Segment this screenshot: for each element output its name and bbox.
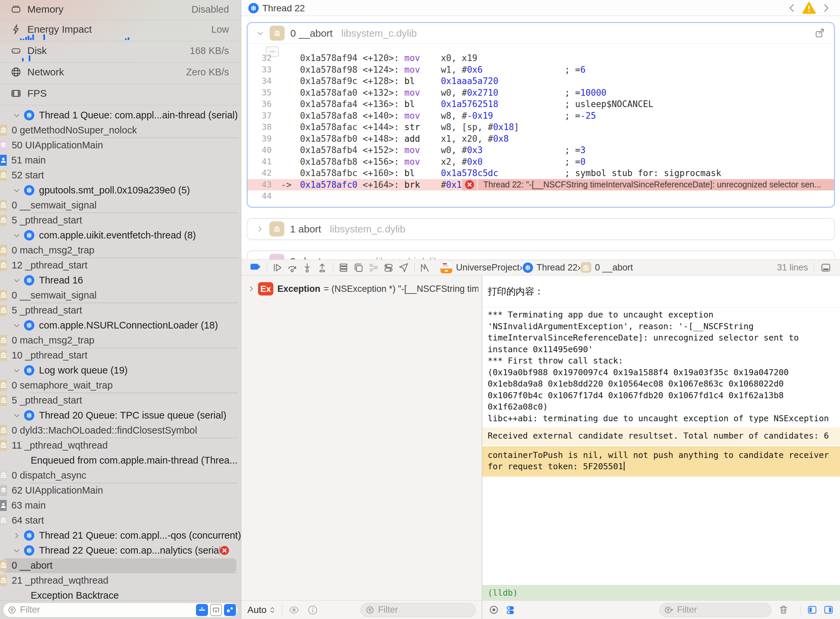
- thread-row[interactable]: Log work queue (19): [0, 363, 241, 378]
- chevron-down-icon[interactable]: [12, 186, 21, 195]
- continue-icon[interactable]: [272, 262, 283, 273]
- chevron-down-icon[interactable]: [12, 231, 21, 240]
- instruction-line[interactable]: 350x1a578afa0 <+132>: mov w0, #0x2710; =…: [248, 87, 834, 99]
- stack-frame-row[interactable]: 63 main: [0, 498, 241, 513]
- instruction-line[interactable]: 400x1a578afb4 <+152>: mov w0, #0x3; =3: [248, 144, 834, 156]
- chevron-down-icon[interactable]: [12, 276, 21, 285]
- chevron-down-icon[interactable]: [12, 366, 21, 375]
- thread-row[interactable]: Thread 20 Queue: TPC issue queue (serial…: [0, 408, 241, 423]
- stack-frame-row[interactable]: 0 __semwait_signal: [0, 198, 241, 213]
- stack-frame-row[interactable]: 5 _pthread_start: [0, 213, 241, 228]
- stack-frame-row[interactable]: 0 __semwait_signal: [0, 288, 241, 303]
- gauge-disk[interactable]: Disk168 KB/s: [0, 41, 241, 63]
- thread-row[interactable]: Thread 1 Queue: com.appl...ain-thread (s…: [0, 108, 241, 123]
- environment-overrides-icon[interactable]: [383, 262, 394, 273]
- annotation-row[interactable]: Enqueued from com.apple.main-thread (Thr…: [0, 453, 241, 468]
- share-icon[interactable]: [814, 28, 825, 39]
- chevron-right-icon[interactable]: [12, 531, 21, 540]
- stack-frame-row[interactable]: 0 semaphore_wait_trap: [0, 378, 241, 393]
- show-console-panel-icon[interactable]: [823, 604, 834, 615]
- stack-frame-row[interactable]: 0 __abort: [0, 558, 241, 573]
- instruction-line[interactable]: 390x1a578afb0 <+148>: add x1, x20, #0x8: [248, 133, 834, 145]
- step-over-icon[interactable]: [286, 262, 298, 273]
- stack-frame-row[interactable]: 0 mach_msg2_trap: [0, 243, 241, 258]
- stack-frame-row[interactable]: 0 dispatch_async: [0, 468, 241, 483]
- chevron-right-icon[interactable]: [256, 257, 265, 260]
- thread-row[interactable]: Thread 22 Queue: com.ap...nalytics (seri…: [0, 543, 241, 558]
- stack-frame-row[interactable]: 52 start: [0, 168, 241, 183]
- navigator-filter-input[interactable]: Filter: [3, 603, 238, 618]
- chevron-down-icon[interactable]: [12, 111, 21, 120]
- console-output[interactable]: *** Terminating app due to uncaught exce…: [482, 308, 840, 585]
- share-nodes-icon[interactable]: [368, 262, 379, 273]
- breadcrumb-item[interactable]: Thread 22: [248, 3, 330, 13]
- chevron-right-icon[interactable]: [256, 225, 265, 233]
- warning-icon[interactable]: [802, 1, 816, 14]
- current-instruction-line[interactable]: 43->0x1a578afc0 <+164>: brk #0x1Thread 2…: [248, 179, 834, 191]
- filter-stack-view-button[interactable]: [210, 604, 222, 616]
- stack-frame-row[interactable]: 51 main: [0, 153, 241, 168]
- thread-row[interactable]: com.apple.uikit.eventfetch-thread (8): [0, 228, 241, 243]
- chevron-down-icon[interactable]: [12, 321, 21, 330]
- stack-frame-row[interactable]: 12 _pthread_start: [0, 258, 241, 273]
- instruction-line[interactable]: 320x1a578af94 <+120>: mov x0, x19: [248, 52, 834, 64]
- show-variables-panel-icon[interactable]: [807, 604, 818, 615]
- lldb-prompt[interactable]: (lldb): [482, 585, 840, 600]
- console-output-toggle-icon[interactable]: [505, 604, 516, 616]
- instruction-line[interactable]: 380x1a578afac <+144>: str w8, [sp, #0x18…: [248, 121, 834, 133]
- stack-frame-row[interactable]: 5 _pthread_start: [0, 393, 241, 408]
- frame-card-header[interactable]: 2 abort_message libc++abi.dylib: [247, 251, 834, 260]
- thread-row[interactable]: Thread 21 Queue: com.appl...-qos (concur…: [0, 528, 241, 543]
- memory-graph-icon[interactable]: [353, 262, 364, 273]
- chevron-down-icon[interactable]: [12, 546, 21, 555]
- breadcrumb-item[interactable]: 0 __abort: [581, 262, 633, 273]
- annotation-row[interactable]: Exception Backtrace: [0, 588, 241, 600]
- scope-dropdown[interactable]: Auto: [247, 605, 276, 615]
- variables-filter-input[interactable]: Filter: [360, 603, 476, 617]
- instruction-line[interactable]: 340x1a578af9c <+128>: bl 0x1aaa5a720: [248, 75, 834, 87]
- stack-frame-row[interactable]: 5 _pthread_start: [0, 303, 241, 318]
- chevron-right-icon[interactable]: [247, 285, 255, 293]
- gauge-fps[interactable]: FPS: [0, 84, 241, 105]
- trash-icon[interactable]: [778, 604, 789, 615]
- filter-grid-view-button[interactable]: [224, 604, 236, 616]
- stack-frame-row[interactable]: 0 getMethodNoSuper_nolock: [0, 123, 241, 138]
- gauge-energy[interactable]: Energy ImpactLow: [0, 20, 241, 41]
- hide-debug-area-icon[interactable]: [820, 262, 831, 273]
- back-arrow-icon[interactable]: [787, 3, 797, 13]
- variable-row[interactable]: ExException= (NSException *) "-[__NSCFSt…: [247, 282, 478, 296]
- stack-frame-row[interactable]: 11 _pthread_wqthread: [0, 438, 241, 453]
- instruction-line[interactable]: 420x1a578afbc <+160>: bl 0x1a578c5dc; sy…: [248, 167, 834, 179]
- stack-frame-row[interactable]: 21 _pthread_wqthread: [0, 573, 241, 588]
- simulate-location-icon[interactable]: [398, 262, 409, 273]
- stack-frame-row[interactable]: 0 mach_msg2_trap: [0, 333, 241, 348]
- console-target-icon[interactable]: [488, 604, 499, 615]
- stack-frame-row[interactable]: 0 dyld3::MachOLoaded::findClosestSymbol: [0, 423, 241, 438]
- forward-arrow-icon[interactable]: [821, 3, 831, 13]
- chevron-down-icon[interactable]: [12, 411, 21, 420]
- frame-card-header[interactable]: 0 __abort libsystem_c.dylib: [248, 23, 834, 44]
- thread-row[interactable]: Thread 16: [0, 273, 241, 288]
- disassembly-listing[interactable]: 320x1a578af94 <+120>: mov x0, x19330x1a5…: [248, 44, 834, 207]
- breakpoints-toggle-icon[interactable]: [249, 262, 261, 272]
- breadcrumb-item[interactable]: Thread 22: [523, 262, 578, 273]
- quicklook-eye-icon[interactable]: [288, 604, 300, 616]
- thread-row[interactable]: com.apple.NSURLConnectionLoader (18): [0, 318, 241, 333]
- console-filter-input[interactable]: Filter: [659, 603, 771, 617]
- instruction-line[interactable]: 370x1a578afa8 <+140>: mov w8, #-0x19; =-…: [248, 110, 834, 122]
- instruction-line[interactable]: 410x1a578afb8 <+156>: mov x2, #0x0; =0: [248, 156, 834, 168]
- info-icon[interactable]: [307, 604, 318, 616]
- stack-frame-row[interactable]: 10 _pthread_start: [0, 348, 241, 363]
- instruction-line[interactable]: 44: [248, 190, 834, 202]
- stack-frame-row[interactable]: 50 UIApplicationMain: [0, 138, 241, 153]
- chevron-down-icon[interactable]: [256, 29, 265, 37]
- stack-frame-row[interactable]: 62 UIApplicationMain: [0, 483, 241, 498]
- breadcrumb-item[interactable]: UniverseProject: [440, 262, 520, 274]
- stack-frame-row[interactable]: 64 start: [0, 513, 241, 528]
- view-hierarchy-icon[interactable]: [338, 262, 349, 273]
- filter-flat-view-button[interactable]: [196, 604, 208, 616]
- instruments-icon[interactable]: [419, 262, 430, 273]
- gauge-network[interactable]: NetworkZero KB/s: [0, 63, 241, 84]
- instruction-line[interactable]: 360x1a578afa4 <+136>: bl 0x1a5762518; us…: [248, 99, 834, 110]
- thread-row[interactable]: gputools.smt_poll.0x109a239e0 (5): [0, 183, 241, 198]
